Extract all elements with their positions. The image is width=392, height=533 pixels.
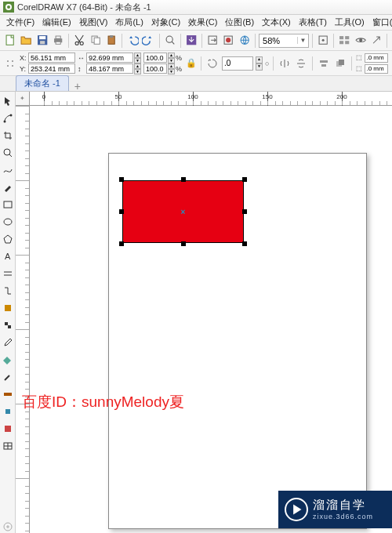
ruler-origin[interactable]: ✦ [16,92,30,106]
open-icon[interactable] [19,33,33,49]
publish-icon[interactable] [221,33,235,49]
ruler-vertical[interactable] [16,106,30,533]
search-icon[interactable] [163,33,177,49]
menu-edit[interactable]: 编辑(E) [39,15,74,30]
scale-y-input[interactable] [143,63,167,74]
scale-x-input[interactable] [143,53,167,63]
align-icon[interactable] [317,56,331,71]
menu-object[interactable]: 对象(C) [148,15,183,30]
menu-view[interactable]: 视图(V) [76,15,111,30]
mirror-h-icon[interactable] [278,56,292,71]
handle-top-right[interactable] [242,177,247,182]
angle-spinner[interactable]: ▲▼ [256,56,263,71]
options-icon[interactable] [337,33,351,49]
height-spinner[interactable]: ▲▼ [134,63,141,74]
sy-spinner[interactable]: ▲▼ [168,63,175,74]
chevron-down-icon[interactable]: ▼ [297,37,308,44]
lock-icon[interactable]: 🔒 [186,58,197,68]
handle-mid-right[interactable] [242,209,247,214]
table-tool-icon[interactable] [2,440,14,452]
watermark-text: 百度ID：sunnyMelody夏 [22,392,184,412]
svg-rect-25 [339,42,343,45]
menu-window[interactable]: 窗口(W) [369,15,392,30]
ruler-horizontal[interactable]: 0 50 100 150 200 [30,92,392,106]
svg-rect-46 [5,426,11,432]
workspace[interactable]: × [30,106,392,533]
smart-fill-icon[interactable] [2,405,14,418]
overflow-icon[interactable] [2,520,14,533]
selected-rectangle[interactable]: × [122,180,244,243]
pick-tool-icon[interactable] [2,95,14,107]
fill-tool-icon[interactable] [2,354,14,366]
eyedropper-tool-icon[interactable] [2,336,14,349]
connector-tool-icon[interactable] [2,285,14,297]
outline1-input[interactable] [365,53,388,63]
zoom-input[interactable] [260,36,297,45]
width-input[interactable] [86,53,133,63]
rectangle-tool-icon[interactable] [2,198,14,211]
print-icon[interactable] [51,33,65,49]
w-icon: ↔ [78,54,85,62]
outline2-input[interactable] [365,64,388,74]
save-icon[interactable] [35,33,49,49]
add-tab-icon[interactable]: + [72,80,83,91]
menu-bitmap[interactable]: 位图(B) [222,15,257,30]
svg-rect-14 [110,35,113,38]
menu-text[interactable]: 文本(X) [259,15,294,30]
transparency-tool-icon[interactable] [2,319,14,332]
width-spinner[interactable]: ▲▼ [134,53,141,63]
svg-point-29 [12,60,13,62]
zoom-combo[interactable]: ▼ [259,34,309,48]
handle-bot-right[interactable] [242,241,247,246]
handle-top-mid[interactable] [181,177,186,182]
order-icon[interactable] [333,56,347,71]
svg-rect-5 [40,42,45,45]
cut-icon[interactable] [72,33,86,49]
handle-bot-mid[interactable] [181,241,186,246]
paste-icon[interactable] [104,33,118,49]
snap-icon[interactable] [316,33,330,49]
freehand-tool-icon[interactable] [2,164,14,176]
interactive-fill-icon[interactable] [2,388,14,401]
ellipse-tool-icon[interactable] [2,216,14,228]
mesh-fill-icon[interactable] [2,422,14,435]
svg-rect-35 [339,60,344,65]
launch-icon[interactable] [369,33,383,49]
separator [159,34,160,48]
height-input[interactable] [86,63,133,74]
menu-table[interactable]: 表格(T) [296,15,330,30]
shape-tool-icon[interactable] [2,112,14,125]
redo-icon[interactable] [141,33,155,49]
menu-layout[interactable]: 布局(L) [112,15,146,30]
undo-icon[interactable] [125,33,140,49]
text-tool-icon[interactable]: A [2,250,14,263]
grip-icon[interactable] [3,56,17,71]
effects-tool-icon[interactable] [2,302,14,314]
svg-point-30 [7,65,9,67]
document-tab[interactable]: 未命名 -1 [16,75,69,91]
angle-input[interactable] [222,56,253,71]
x-input[interactable] [28,53,75,63]
menu-effect[interactable]: 效果(C) [185,15,220,30]
zoom-tool-icon[interactable] [2,147,14,159]
menu-file[interactable]: 文件(F) [3,15,38,30]
artistic-tool-icon[interactable] [2,181,14,194]
menu-tools[interactable]: 工具(O) [332,15,368,30]
new-icon[interactable] [3,33,17,49]
export-icon[interactable] [205,33,220,49]
outline-tool-icon[interactable] [2,371,14,383]
handle-top-left[interactable] [119,177,124,182]
web-icon[interactable] [238,33,252,49]
copy-icon[interactable] [89,33,103,49]
crop-tool-icon[interactable] [2,129,14,142]
handle-bot-left[interactable] [119,241,124,246]
y-input[interactable] [28,63,75,74]
handle-mid-left[interactable] [119,209,124,214]
polygon-tool-icon[interactable] [2,233,14,245]
import-icon[interactable] [184,33,198,49]
sx-spinner[interactable]: ▲▼ [168,53,175,63]
view-icon[interactable] [354,33,368,49]
mirror-v-icon[interactable] [294,56,308,71]
separator [273,56,274,71]
parallel-tool-icon[interactable] [2,267,14,280]
